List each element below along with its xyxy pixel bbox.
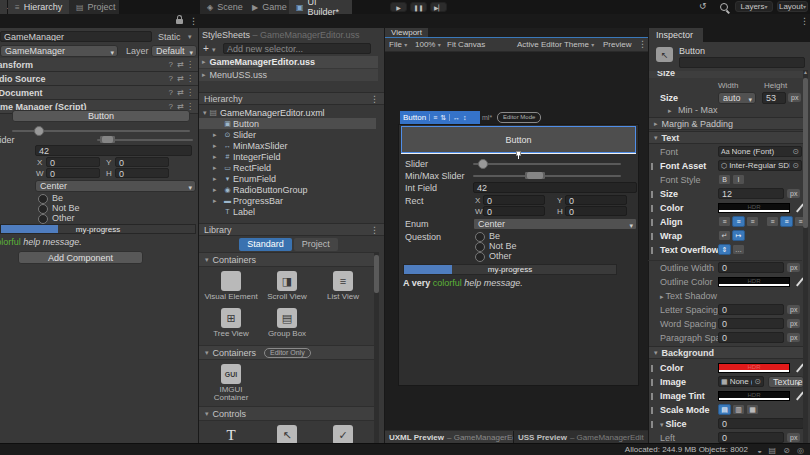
tab-scene[interactable]: ◈ Scene — [200, 0, 245, 14]
font-style-button-1[interactable]: I — [732, 174, 745, 185]
font-asset-field[interactable]: ⬡Inter-Regular SDF (F⊙ — [718, 160, 802, 171]
layout-dropdown[interactable]: Layout▾ — [777, 1, 808, 12]
tree-item-rectfield[interactable]: ▸▭RectField — [199, 162, 376, 173]
tab-ui-builder[interactable]: ▣ UI Builder* — [289, 0, 352, 14]
chevron-right-icon[interactable]: ▸ — [213, 164, 222, 172]
text-section-header[interactable]: ▾ Text — [649, 131, 804, 144]
paragraph-spacing-field[interactable]: 0 — [718, 332, 784, 343]
library-item-imgui-container[interactable]: GUIIMGUI Container — [203, 364, 259, 406]
history-icon[interactable]: ↺ — [699, 1, 707, 11]
tree-item-minmaxslider[interactable]: ▸↔MinMaxSlider — [199, 140, 376, 151]
minmax-slider-track[interactable] — [473, 175, 621, 177]
tree-item-integerfield[interactable]: ▸#IntegerField — [199, 151, 376, 162]
script-button[interactable]: Button — [12, 110, 190, 122]
chevron-down-icon[interactable]: ▾ — [203, 109, 207, 117]
library-header[interactable]: Library ⋮ — [199, 223, 384, 236]
fit-canvas-button[interactable]: Fit Canvas — [447, 40, 485, 49]
layer-dropdown[interactable]: Default▾ — [151, 45, 197, 57]
enum-dropdown[interactable]: Center▾ — [35, 180, 196, 192]
size-section-header[interactable]: Size — [649, 71, 804, 78]
minmax-foldout-icon[interactable]: ▸ — [668, 107, 672, 115]
activity-icon[interactable]: ◎ — [797, 446, 804, 455]
scale-mode-button-2[interactable]: ▦ — [746, 404, 759, 415]
preview-toggle[interactable]: Preview — [603, 40, 631, 49]
object-picker-icon[interactable]: ⊙ — [792, 147, 799, 156]
preset-icon[interactable]: ⇄ — [177, 74, 184, 83]
file-menu[interactable]: File ▾ — [389, 40, 407, 49]
play-button[interactable]: ▶ — [390, 2, 407, 12]
wrap-button-0[interactable]: ↵ — [718, 230, 731, 241]
static-dropdown-icon[interactable]: ▾ — [188, 33, 192, 41]
step-button[interactable]: ▶▏ — [430, 2, 447, 12]
library-item-scroll-view[interactable]: ◨Scroll View — [259, 271, 315, 308]
tag-dropdown[interactable]: GameManager▾ — [0, 45, 118, 57]
color-swatch[interactable]: HDR — [718, 363, 790, 373]
inspector-scrollbar[interactable]: ▲ — [803, 70, 808, 443]
left-pane-menu-icon[interactable]: ⋮ — [189, 16, 198, 26]
align-button-2[interactable]: ≡ — [746, 216, 759, 227]
scrollbar-thumb[interactable] — [803, 78, 808, 228]
letter-spacing-field[interactable]: 0 — [718, 304, 784, 315]
image-tint-swatch[interactable]: HDR — [718, 391, 790, 401]
library-section-header[interactable]: ▾Containers — [199, 252, 375, 267]
canvas-radio-other[interactable]: Other — [399, 251, 640, 262]
rect-y-field[interactable]: 0 — [565, 195, 627, 205]
preset-icon[interactable]: ⇄ — [177, 60, 184, 69]
uxml-root-row[interactable]: ▾ ▤ GameManagerEditor.uxml — [199, 107, 378, 118]
library-item-visual-element[interactable]: Visual Element — [203, 271, 259, 308]
chevron-right-icon[interactable]: ▸ — [202, 58, 206, 66]
flex-menu-icon[interactable]: ≡ — [429, 114, 437, 121]
selected-element-header[interactable]: Button ≡ ⇅ ↔ ↕ — [400, 111, 480, 124]
kebab-icon[interactable]: ⋮ — [186, 88, 194, 97]
int-field[interactable]: 42 — [473, 182, 637, 193]
outline-color-swatch[interactable]: HDR — [718, 277, 790, 287]
rect-x-field[interactable]: 0 — [46, 157, 100, 167]
uss-file-row[interactable]: ▸ MenuUSS.uss — [199, 69, 378, 81]
text-overflow-button-0[interactable]: ⇕ — [718, 244, 731, 255]
int-field[interactable]: 42 — [35, 145, 192, 156]
scale-mode-button-0[interactable]: ▤ — [718, 404, 731, 415]
align-button-0[interactable]: ≡ — [718, 216, 731, 227]
builder-hierarchy-header[interactable]: Hierarchy ⋮ — [199, 92, 384, 105]
align-button-4[interactable]: ≡ — [780, 216, 793, 227]
layers-dropdown[interactable]: Layers▾ — [735, 1, 773, 12]
pause-button[interactable]: ❚❚ — [410, 2, 427, 12]
slice-field[interactable]: 0 — [718, 418, 804, 429]
radio-icon[interactable] — [475, 252, 485, 262]
game-object-name-field[interactable]: GameManager — [0, 31, 152, 42]
library-menu-icon[interactable]: ⋮ — [370, 225, 379, 235]
font-field[interactable]: AaNone (Font)⊙ — [718, 146, 802, 157]
scale-mode-button-1[interactable]: ▥ — [732, 404, 745, 415]
font-style-button-0[interactable]: B — [718, 174, 731, 185]
chevron-right-icon[interactable]: ▸ — [213, 197, 222, 205]
tree-item-radiobuttongroup[interactable]: ▸◉RadioButtonGroup — [199, 184, 376, 195]
rect-x-field[interactable]: 0 — [483, 195, 545, 205]
image-field[interactable]: ▦None (T⊙ — [718, 376, 764, 387]
rect-y-field[interactable]: 0 — [115, 157, 169, 167]
tab-game[interactable]: ▶ Game — [245, 0, 289, 14]
library-item-group-box[interactable]: ▤Group Box — [259, 308, 315, 345]
radio-option-other[interactable]: Other — [0, 213, 198, 223]
library-scrollbar[interactable] — [374, 252, 379, 443]
kebab-icon[interactable]: ⋮ — [186, 60, 194, 69]
viewport-menu-icon[interactable]: ⋮ — [638, 39, 647, 49]
text-overflow-button-1[interactable]: … — [732, 244, 745, 255]
background-section-header[interactable]: ▾ Background — [649, 346, 804, 359]
preset-icon[interactable]: ⇄ — [177, 88, 184, 97]
minmax-slider-grip[interactable] — [100, 136, 115, 143]
minmax-slider-grip[interactable] — [525, 172, 545, 179]
rect-h-field[interactable]: 0 — [565, 206, 627, 216]
left-field[interactable]: 0 — [718, 432, 784, 443]
tree-item-label[interactable]: TLabel — [199, 206, 376, 217]
inspector-name-field[interactable] — [679, 57, 805, 68]
tree-item-enumfield[interactable]: ▸▾EnumField — [199, 173, 376, 184]
add-selector-input[interactable]: Add new selector... — [223, 43, 371, 54]
viewport-tab[interactable]: Viewport — [385, 28, 428, 37]
tab-project[interactable]: ▤ Project — [69, 0, 119, 14]
wrap-button-1[interactable]: ↦ — [732, 230, 745, 241]
align-button-1[interactable]: ≡ — [732, 216, 745, 227]
object-picker-icon[interactable]: ⊙ — [792, 161, 799, 170]
library-section-header[interactable]: ▾Controls — [199, 406, 375, 421]
outline-width-field[interactable]: 0 — [718, 262, 784, 273]
search-icon[interactable] — [720, 3, 728, 11]
